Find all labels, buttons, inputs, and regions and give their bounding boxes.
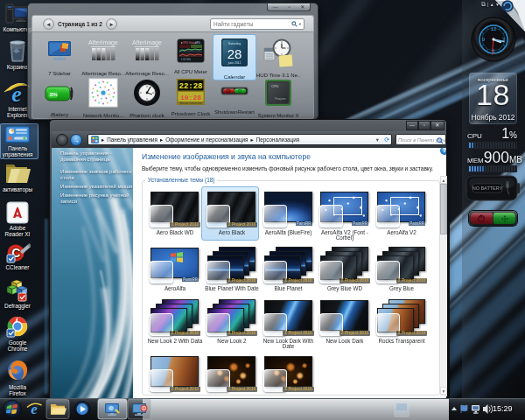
svg-text:10:28: 10:28 <box>180 94 201 102</box>
svg-text:june 2011: june 2011 <box>228 61 242 65</box>
svg-text:Afterimage: Afterimage <box>88 39 118 46</box>
svg-text:35%: 35% <box>49 93 57 97</box>
svg-text:12: 12 <box>491 26 497 32</box>
svg-text:Afterimage: Afterimage <box>132 39 162 46</box>
svg-text:Frequenc: Frequenc <box>275 97 286 101</box>
svg-text:1.63 GHz: 1.63 GHz <box>181 58 192 61</box>
svg-text:28: 28 <box>228 46 242 61</box>
svg-text:NO BATTERY: NO BATTERY <box>472 186 503 191</box>
svg-text:CPU: CPU <box>271 84 279 88</box>
svg-text:22:28: 22:28 <box>178 82 202 91</box>
svg-text:Saturday: Saturday <box>228 42 242 46</box>
svg-text:48%: 48% <box>195 41 200 45</box>
svg-text:Moscow, Current time: Moscow, Current time <box>179 102 202 105</box>
